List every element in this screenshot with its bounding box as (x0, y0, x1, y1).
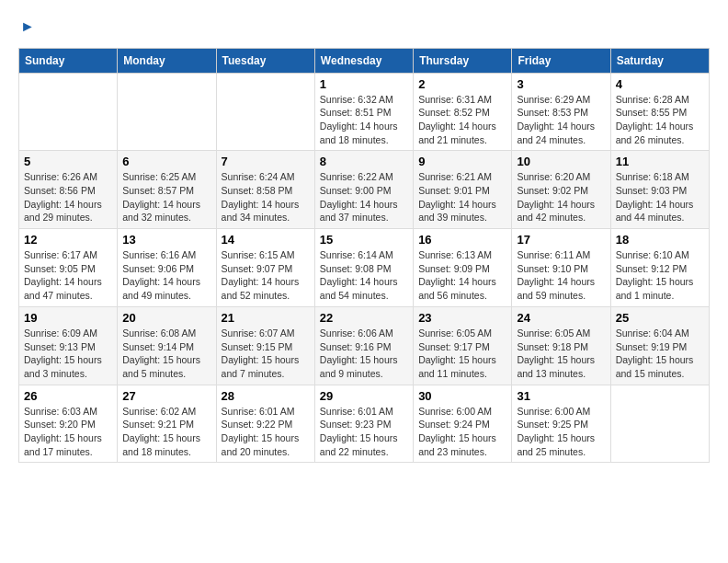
day-number: 5 (24, 155, 112, 168)
day-number: 19 (24, 311, 112, 325)
day-number: 24 (517, 311, 605, 325)
day-info: Sunrise: 6:01 AM Sunset: 9:22 PM Dayligh… (222, 405, 310, 459)
day-number: 13 (122, 233, 210, 247)
calendar-cell: 20Sunrise: 6:08 AM Sunset: 9:14 PM Dayli… (118, 306, 216, 385)
calendar-cell: 17Sunrise: 6:11 AM Sunset: 9:10 PM Dayli… (512, 229, 610, 307)
day-info: Sunrise: 6:06 AM Sunset: 9:16 PM Dayligh… (320, 327, 408, 381)
calendar-week-row: 5Sunrise: 6:26 AM Sunset: 8:56 PM Daylig… (19, 151, 710, 229)
weekday-header-tuesday: Tuesday (216, 48, 314, 73)
day-number: 21 (222, 311, 310, 325)
calendar-cell: 24Sunrise: 6:05 AM Sunset: 9:18 PM Dayli… (512, 306, 610, 385)
day-info: Sunrise: 6:22 AM Sunset: 9:00 PM Dayligh… (320, 170, 408, 224)
calendar-cell: 28Sunrise: 6:01 AM Sunset: 9:22 PM Dayli… (216, 385, 314, 463)
day-info: Sunrise: 6:04 AM Sunset: 9:19 PM Dayligh… (616, 327, 704, 381)
day-info: Sunrise: 6:08 AM Sunset: 9:14 PM Dayligh… (122, 327, 210, 381)
calendar-cell: 25Sunrise: 6:04 AM Sunset: 9:19 PM Dayli… (610, 306, 709, 385)
calendar-cell: 18Sunrise: 6:10 AM Sunset: 9:12 PM Dayli… (610, 229, 709, 307)
calendar-cell: 6Sunrise: 6:25 AM Sunset: 8:57 PM Daylig… (118, 151, 216, 229)
day-info: Sunrise: 6:31 AM Sunset: 8:52 PM Dayligh… (418, 93, 506, 147)
day-info: Sunrise: 6:21 AM Sunset: 9:01 PM Dayligh… (418, 170, 506, 224)
calendar-cell: 4Sunrise: 6:28 AM Sunset: 8:55 PM Daylig… (610, 73, 709, 151)
day-number: 18 (616, 233, 704, 247)
calendar-cell: 16Sunrise: 6:13 AM Sunset: 9:09 PM Dayli… (414, 229, 512, 307)
day-number: 16 (418, 233, 506, 247)
calendar-cell: 13Sunrise: 6:16 AM Sunset: 9:06 PM Dayli… (118, 229, 216, 307)
day-number: 25 (616, 311, 704, 325)
day-info: Sunrise: 6:14 AM Sunset: 9:08 PM Dayligh… (320, 248, 408, 303)
calendar-week-row: 26Sunrise: 6:03 AM Sunset: 9:20 PM Dayli… (19, 385, 710, 463)
day-number: 20 (122, 311, 210, 325)
day-info: Sunrise: 6:11 AM Sunset: 9:10 PM Dayligh… (517, 248, 605, 303)
day-info: Sunrise: 6:17 AM Sunset: 9:05 PM Dayligh… (24, 248, 112, 303)
day-number: 2 (418, 77, 506, 91)
day-info: Sunrise: 6:01 AM Sunset: 9:23 PM Dayligh… (320, 405, 408, 459)
day-number: 15 (320, 233, 408, 247)
day-number: 27 (122, 389, 210, 403)
day-number: 4 (616, 77, 704, 91)
calendar-cell: 22Sunrise: 6:06 AM Sunset: 9:16 PM Dayli… (314, 306, 413, 385)
calendar-cell: 21Sunrise: 6:07 AM Sunset: 9:15 PM Dayli… (216, 306, 314, 385)
day-number: 9 (418, 155, 506, 168)
weekday-header-friday: Friday (512, 48, 610, 73)
day-info: Sunrise: 6:10 AM Sunset: 9:12 PM Dayligh… (616, 248, 704, 303)
calendar-cell: 23Sunrise: 6:05 AM Sunset: 9:17 PM Dayli… (414, 306, 512, 385)
calendar-cell: 19Sunrise: 6:09 AM Sunset: 9:13 PM Dayli… (19, 306, 118, 385)
day-info: Sunrise: 6:24 AM Sunset: 8:58 PM Dayligh… (222, 170, 310, 224)
day-info: Sunrise: 6:25 AM Sunset: 8:57 PM Dayligh… (122, 170, 210, 224)
day-number: 14 (222, 233, 310, 247)
day-number: 22 (320, 311, 408, 325)
calendar-cell: 10Sunrise: 6:20 AM Sunset: 9:02 PM Dayli… (512, 151, 610, 229)
logo-icon: ► (20, 18, 35, 35)
day-info: Sunrise: 6:32 AM Sunset: 8:51 PM Dayligh… (320, 93, 408, 147)
day-info: Sunrise: 6:05 AM Sunset: 9:18 PM Dayligh… (517, 327, 605, 381)
day-info: Sunrise: 6:28 AM Sunset: 8:55 PM Dayligh… (616, 93, 704, 147)
calendar-cell: 29Sunrise: 6:01 AM Sunset: 9:23 PM Dayli… (314, 385, 413, 463)
day-info: Sunrise: 6:26 AM Sunset: 8:56 PM Dayligh… (24, 170, 112, 224)
day-number: 12 (24, 233, 112, 247)
calendar-cell: 3Sunrise: 6:29 AM Sunset: 8:53 PM Daylig… (512, 73, 610, 151)
calendar-cell: 15Sunrise: 6:14 AM Sunset: 9:08 PM Dayli… (314, 229, 413, 307)
calendar-cell: 26Sunrise: 6:03 AM Sunset: 9:20 PM Dayli… (19, 385, 118, 463)
calendar-cell: 7Sunrise: 6:24 AM Sunset: 8:58 PM Daylig… (216, 151, 314, 229)
calendar-header-row: SundayMondayTuesdayWednesdayThursdayFrid… (19, 48, 710, 73)
calendar-cell: 1Sunrise: 6:32 AM Sunset: 8:51 PM Daylig… (314, 73, 413, 151)
day-info: Sunrise: 6:03 AM Sunset: 9:20 PM Dayligh… (24, 405, 112, 459)
day-number: 1 (320, 77, 408, 91)
calendar-cell (216, 73, 314, 151)
calendar-cell (610, 385, 709, 463)
calendar-cell: 12Sunrise: 6:17 AM Sunset: 9:05 PM Dayli… (19, 229, 118, 307)
day-info: Sunrise: 6:29 AM Sunset: 8:53 PM Dayligh… (517, 93, 605, 147)
day-number: 31 (517, 389, 605, 403)
logo: ► (18, 18, 35, 33)
calendar-cell (19, 73, 118, 151)
day-info: Sunrise: 6:07 AM Sunset: 9:15 PM Dayligh… (222, 327, 310, 381)
day-info: Sunrise: 6:00 AM Sunset: 9:24 PM Dayligh… (418, 405, 506, 459)
day-info: Sunrise: 6:15 AM Sunset: 9:07 PM Dayligh… (222, 248, 310, 303)
day-number: 8 (320, 155, 408, 168)
day-info: Sunrise: 6:09 AM Sunset: 9:13 PM Dayligh… (24, 327, 112, 381)
calendar-cell: 9Sunrise: 6:21 AM Sunset: 9:01 PM Daylig… (414, 151, 512, 229)
calendar-table: SundayMondayTuesdayWednesdayThursdayFrid… (18, 48, 710, 464)
day-number: 30 (418, 389, 506, 403)
day-info: Sunrise: 6:05 AM Sunset: 9:17 PM Dayligh… (418, 327, 506, 381)
weekday-header-saturday: Saturday (610, 48, 709, 73)
weekday-header-monday: Monday (118, 48, 216, 73)
calendar-week-row: 1Sunrise: 6:32 AM Sunset: 8:51 PM Daylig… (19, 73, 710, 151)
day-number: 17 (517, 233, 605, 247)
day-info: Sunrise: 6:18 AM Sunset: 9:03 PM Dayligh… (616, 170, 704, 224)
day-number: 6 (122, 155, 210, 168)
calendar-cell (118, 73, 216, 151)
day-info: Sunrise: 6:02 AM Sunset: 9:21 PM Dayligh… (122, 405, 210, 459)
day-info: Sunrise: 6:00 AM Sunset: 9:25 PM Dayligh… (517, 405, 605, 459)
day-number: 11 (616, 155, 704, 168)
calendar-cell: 27Sunrise: 6:02 AM Sunset: 9:21 PM Dayli… (118, 385, 216, 463)
weekday-header-sunday: Sunday (19, 48, 118, 73)
calendar-cell: 14Sunrise: 6:15 AM Sunset: 9:07 PM Dayli… (216, 229, 314, 307)
day-number: 7 (222, 155, 310, 168)
day-info: Sunrise: 6:16 AM Sunset: 9:06 PM Dayligh… (122, 248, 210, 303)
day-number: 28 (222, 389, 310, 403)
day-number: 3 (517, 77, 605, 91)
calendar-week-row: 12Sunrise: 6:17 AM Sunset: 9:05 PM Dayli… (19, 229, 710, 307)
calendar-cell: 31Sunrise: 6:00 AM Sunset: 9:25 PM Dayli… (512, 385, 610, 463)
page-header: ► (18, 18, 710, 33)
